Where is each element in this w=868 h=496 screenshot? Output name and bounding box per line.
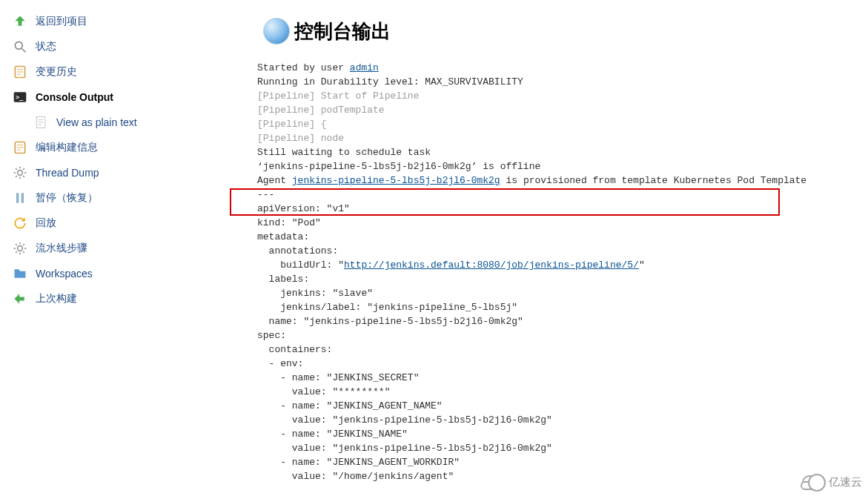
svg-line-35 bbox=[23, 244, 24, 245]
svg-line-32 bbox=[16, 244, 17, 245]
sidebar-item-6[interactable]: Thread Dump bbox=[9, 160, 250, 185]
search-icon bbox=[12, 39, 28, 55]
page-title: 控制台输出 bbox=[294, 19, 391, 44]
arrow-up-icon bbox=[12, 13, 28, 30]
user-link[interactable]: admin bbox=[350, 62, 379, 73]
svg-rect-25 bbox=[16, 193, 19, 202]
sidebar-item-11[interactable]: 上次构建 bbox=[9, 286, 250, 311]
sidebar-item-label: View as plain text bbox=[56, 116, 137, 128]
svg-line-24 bbox=[23, 168, 24, 170]
console-line: Started by user admin bbox=[257, 62, 379, 73]
console-line: buildUrl: "http://jenkins.default:8080/j… bbox=[257, 259, 645, 271]
console-line: --- bbox=[257, 189, 274, 200]
console-line: Still waiting to schedule task bbox=[257, 147, 431, 158]
gear-icon bbox=[12, 165, 28, 181]
sidebar-item-8[interactable]: 回放 bbox=[9, 211, 250, 236]
sidebar-item-10[interactable]: Workspaces bbox=[9, 261, 250, 286]
sidebar-item-label: 变更历史 bbox=[36, 65, 77, 79]
sidebar-item-2[interactable]: 变更历史 bbox=[9, 59, 250, 85]
sidebar-item-label: 上次构建 bbox=[36, 292, 77, 305]
console-line: annotations: bbox=[257, 245, 338, 257]
svg-line-34 bbox=[16, 251, 17, 253]
svg-line-21 bbox=[16, 168, 17, 170]
console-line: Running in Durability level: MAX_SURVIVA… bbox=[257, 76, 523, 87]
page-heading: 控制台输出 bbox=[263, 18, 853, 44]
console-line: spec: bbox=[257, 330, 286, 341]
console-line: [Pipeline] node bbox=[257, 133, 344, 144]
console-line: value: "********" bbox=[257, 386, 390, 397]
sidebar-item-9[interactable]: 流水线步骤 bbox=[9, 236, 250, 261]
sidebar-item-1[interactable]: 状态 bbox=[9, 34, 250, 59]
folder-icon bbox=[12, 265, 28, 282]
console-line: [Pipeline] Start of Pipeline bbox=[257, 90, 419, 102]
svg-line-33 bbox=[23, 251, 24, 253]
console-line: value: "/home/jenkins/agent" bbox=[257, 471, 454, 482]
svg-point-0 bbox=[15, 42, 22, 49]
sidebar-item-label: Console Output bbox=[36, 91, 113, 103]
watermark-text: 亿速云 bbox=[829, 475, 862, 489]
sidebar-item-label: 回放 bbox=[36, 216, 56, 230]
sidebar-item-label: 暂停（恢复） bbox=[36, 191, 98, 205]
console-line: kind: "Pod" bbox=[257, 217, 321, 228]
console-line: apiVersion: "v1" bbox=[257, 203, 350, 214]
sidebar-item-label: 编辑构建信息 bbox=[36, 141, 98, 154]
console-line: - name: "JENKINS_SECRET" bbox=[257, 372, 419, 383]
notepad-icon bbox=[12, 64, 28, 80]
sidebar-item-3[interactable]: >_Console Output bbox=[9, 85, 250, 110]
svg-line-1 bbox=[22, 49, 26, 53]
console-line: name: "jenkins-pipeline-5-lbs5j-b2jl6-0m… bbox=[257, 316, 523, 327]
console-line: [Pipeline] podTemplate bbox=[257, 105, 385, 116]
gear-icon bbox=[12, 240, 28, 257]
console-line: - name: "JENKINS_NAME" bbox=[257, 429, 408, 440]
console-line: jenkins: "slave" bbox=[257, 288, 373, 299]
pause-icon bbox=[12, 190, 28, 206]
watermark-logo: 亿速云 bbox=[799, 474, 862, 490]
sidebar-item-0[interactable]: 返回到项目 bbox=[9, 9, 250, 34]
document-icon bbox=[33, 114, 49, 130]
console-line: [Pipeline] { bbox=[257, 119, 327, 130]
svg-point-27 bbox=[18, 246, 23, 251]
replay-icon bbox=[12, 215, 28, 231]
svg-rect-26 bbox=[21, 193, 24, 202]
sidebar-item-label: Workspaces bbox=[36, 268, 93, 280]
sidebar: 返回到项目状态变更历史>_Console OutputView as plain… bbox=[0, 0, 256, 496]
sidebar-item-7[interactable]: 暂停（恢复） bbox=[9, 185, 250, 211]
sidebar-item-5[interactable]: 编辑构建信息 bbox=[9, 135, 250, 160]
sidebar-item-4[interactable]: View as plain text bbox=[9, 110, 250, 135]
sidebar-item-label: Thread Dump bbox=[36, 167, 99, 179]
console-line: labels: bbox=[257, 274, 309, 285]
console-line: - name: "JENKINS_AGENT_NAME" bbox=[257, 400, 443, 411]
build-url-link[interactable]: http://jenkins.default:8080/job/jenkins-… bbox=[344, 259, 639, 271]
sidebar-item-label: 返回到项目 bbox=[36, 15, 87, 28]
svg-text:>_: >_ bbox=[16, 93, 24, 101]
console-line: value: "jenkins-pipeline-5-lbs5j-b2jl6-0… bbox=[257, 443, 552, 454]
agent-link[interactable]: jenkins-pipeline-5-lbs5j-b2jl6-0mk2g bbox=[292, 175, 500, 186]
console-line: Agent jenkins-pipeline-5-lbs5j-b2jl6-0mk… bbox=[257, 175, 806, 186]
console-line: jenkins/label: "jenkins-pipeline_5-lbs5j… bbox=[257, 302, 517, 313]
console-line: value: "jenkins-pipeline-5-lbs5j-b2jl6-0… bbox=[257, 414, 552, 426]
console-line: - name: "JENKINS_AGENT_WORKDIR" bbox=[257, 457, 460, 468]
console-line: - env: bbox=[257, 358, 303, 369]
main-content: 控制台输出 Started by user admin Running in D… bbox=[256, 0, 868, 496]
svg-line-22 bbox=[23, 176, 24, 177]
svg-line-23 bbox=[16, 176, 17, 177]
status-orb-icon bbox=[263, 18, 290, 44]
console-line: metadata: bbox=[257, 231, 309, 242]
cloud-icon bbox=[799, 474, 824, 490]
sidebar-item-label: 状态 bbox=[36, 40, 56, 53]
svg-point-16 bbox=[18, 171, 23, 176]
sidebar-item-label: 流水线步骤 bbox=[36, 242, 87, 255]
notepad-icon bbox=[12, 139, 28, 156]
console-line: containers: bbox=[257, 344, 332, 355]
arrow-left-icon bbox=[12, 291, 28, 307]
terminal-icon: >_ bbox=[12, 89, 28, 105]
console-line: ‘jenkins-pipeline-5-lbs5j-b2jl6-0mk2g’ i… bbox=[257, 161, 540, 172]
console-output: Started by user admin Running in Durabil… bbox=[257, 61, 853, 483]
